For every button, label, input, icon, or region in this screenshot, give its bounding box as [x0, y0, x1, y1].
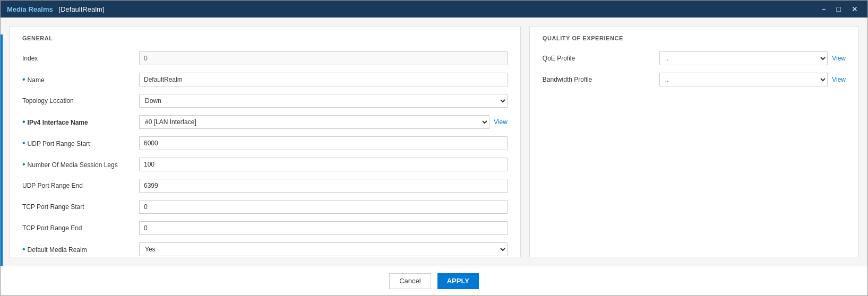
left-accent-bar: [1, 34, 3, 266]
general-panel: GENERAL Index •Name: [9, 26, 521, 257]
general-panel-title: GENERAL: [22, 35, 508, 41]
select-ipv4[interactable]: #0 [LAN Interface]: [139, 115, 489, 129]
field-ipv4: #0 [LAN Interface] View: [139, 115, 508, 129]
field-media-legs: [139, 158, 508, 171]
label-udp-start: •UDP Port Range Start: [22, 139, 139, 147]
label-ipv4: •IPv4 Interface Name: [22, 118, 139, 126]
form-row-bandwidth-profile: Bandwidth Profile .. View: [543, 72, 846, 87]
select-topology[interactable]: Down Up: [139, 94, 508, 108]
input-udp-end[interactable]: [139, 179, 508, 193]
label-index: Index: [22, 55, 139, 62]
form-row-topology: Topology Location Down Up: [22, 93, 508, 108]
form-row-udp-start: •UDP Port Range Start: [22, 136, 508, 151]
close-button[interactable]: ✕: [848, 4, 861, 14]
window-title: Media Realms [DefaultRealm]: [7, 5, 105, 13]
input-name[interactable]: [139, 73, 508, 86]
form-row-tcp-start: TCP Port Range Start: [22, 199, 508, 214]
input-udp-start[interactable]: [139, 136, 508, 150]
label-topology: Topology Location: [22, 97, 139, 105]
required-dot-udp-start: •: [22, 138, 25, 147]
view-link-bandwidth-profile[interactable]: View: [832, 76, 846, 83]
form-row-ipv4: •IPv4 Interface Name #0 [LAN Interface] …: [22, 115, 508, 129]
input-tcp-start[interactable]: [139, 200, 508, 214]
label-tcp-start: TCP Port Range Start: [22, 203, 139, 211]
label-bandwidth-profile: Bandwidth Profile: [543, 76, 659, 83]
label-name: •Name: [22, 75, 139, 84]
window-controls: − □ ✕: [818, 4, 861, 14]
panels-container: GENERAL Index •Name: [1, 18, 867, 266]
field-index: [139, 51, 508, 65]
form-row-qoe-profile: QoE Profile .. View: [543, 51, 846, 66]
required-dot-ipv4: •: [22, 117, 25, 126]
form-row-default-realm: •Default Media Realm Yes No: [22, 242, 508, 257]
required-dot-default-realm: •: [22, 245, 25, 254]
cancel-button[interactable]: Cancel: [389, 273, 431, 289]
select-qoe-profile[interactable]: ..: [659, 51, 828, 65]
select-bandwidth-profile[interactable]: ..: [659, 73, 828, 86]
required-dot-media-legs: •: [22, 160, 25, 169]
minimize-button[interactable]: −: [818, 4, 829, 14]
view-link-qoe-profile[interactable]: View: [832, 55, 846, 62]
content-area: GENERAL Index •Name: [1, 18, 867, 295]
view-link-ipv4[interactable]: View: [494, 118, 508, 126]
field-udp-end: [139, 179, 508, 193]
field-tcp-start: [139, 200, 508, 214]
apply-button[interactable]: APPLY: [437, 273, 479, 289]
qoe-panel-title: QUALITY OF EXPERIENCE: [543, 35, 846, 41]
field-tcp-end: [139, 221, 508, 235]
field-udp-start: [139, 136, 508, 150]
app-name: Media Realms: [7, 5, 53, 13]
label-media-legs: •Number Of Media Session Legs: [22, 160, 139, 169]
main-window: Media Realms [DefaultRealm] − □ ✕ GENERA…: [0, 0, 868, 296]
qoe-panel: QUALITY OF EXPERIENCE QoE Profile .. Vie…: [529, 26, 859, 257]
label-default-realm: •Default Media Realm: [22, 245, 139, 254]
form-row-tcp-end: TCP Port Range End: [22, 221, 508, 236]
label-tcp-end: TCP Port Range End: [22, 224, 139, 232]
select-default-realm[interactable]: Yes No: [139, 242, 508, 256]
form-row-name: •Name: [22, 72, 508, 87]
form-row-udp-end: UDP Port Range End: [22, 178, 508, 193]
input-media-legs[interactable]: [139, 158, 508, 171]
footer: Cancel APPLY: [1, 266, 867, 295]
input-tcp-end[interactable]: [139, 221, 508, 235]
required-dot-name: •: [22, 75, 25, 84]
form-row-media-legs: •Number Of Media Session Legs: [22, 157, 508, 172]
titlebar: Media Realms [DefaultRealm] − □ ✕: [1, 1, 867, 18]
field-qoe-profile: .. View: [659, 51, 846, 65]
field-topology: Down Up: [139, 94, 508, 108]
field-default-realm: Yes No: [139, 242, 508, 256]
field-bandwidth-profile: .. View: [659, 73, 846, 86]
field-name: [139, 73, 508, 86]
label-qoe-profile: QoE Profile: [543, 55, 659, 62]
label-udp-end: UDP Port Range End: [22, 182, 139, 189]
maximize-button[interactable]: □: [833, 4, 844, 14]
input-index[interactable]: [139, 51, 508, 65]
form-row-index: Index: [22, 51, 508, 66]
realm-name: [DefaultRealm]: [59, 5, 105, 13]
